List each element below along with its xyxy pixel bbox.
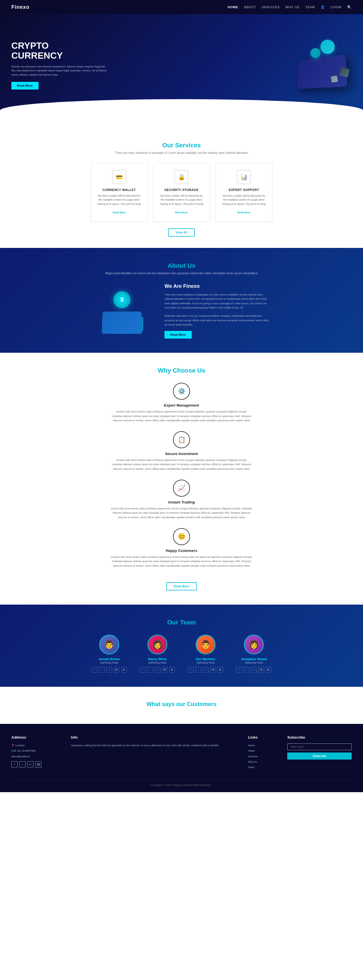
hero-illustration bbox=[267, 37, 352, 94]
support-read-more[interactable]: Read More bbox=[237, 211, 250, 214]
josephine-instagram[interactable]: 📷 bbox=[258, 667, 264, 673]
footer-info-title: Info bbox=[71, 735, 219, 740]
support-title: EXPERT SUPPORT bbox=[221, 188, 266, 191]
footer-link-home[interactable]: Home bbox=[248, 743, 258, 748]
footer-subscribe: Subscribe Subscribe bbox=[287, 735, 352, 771]
footer-location: 📍 Location bbox=[11, 743, 42, 748]
footer: Address 📍 Location Call +91 1234567890 d… bbox=[0, 724, 363, 792]
search-icon[interactable]: 🔍 bbox=[347, 5, 352, 10]
earl-twitter[interactable]: t bbox=[195, 667, 201, 673]
security-title: SECURITY STORAGE bbox=[159, 188, 204, 191]
service-card-wallet: 💳 CURRENCY WALLET fact that a reader wil… bbox=[91, 163, 147, 221]
subscribe-email-input[interactable] bbox=[287, 743, 352, 750]
about-read-more-button[interactable]: Read More bbox=[165, 331, 192, 339]
why-item-management: ⚙️ Expert Management Incidunt odit rerum… bbox=[11, 383, 352, 423]
about-section: About Us Magni quod blanditiis non minus… bbox=[0, 248, 363, 353]
nav-services[interactable]: SERVICES bbox=[262, 5, 280, 9]
josephine-youtube[interactable]: ▶ bbox=[266, 667, 272, 673]
footer-twitter[interactable]: t bbox=[19, 761, 26, 767]
wallet-read-more[interactable]: Read More bbox=[113, 211, 126, 214]
happy-customers-desc: Incidunt odit rerum tenetur alias archit… bbox=[110, 555, 253, 568]
footer-linkedin[interactable]: in bbox=[27, 761, 34, 767]
joseph-youtube[interactable]: ▶ bbox=[121, 667, 127, 673]
nancy-linkedin[interactable]: in bbox=[155, 667, 160, 673]
footer-link-team[interactable]: Team bbox=[248, 765, 258, 769]
cube-2-illustration bbox=[331, 75, 338, 83]
customers-title: What says our Customers bbox=[11, 701, 352, 708]
nancy-youtube[interactable]: ▶ bbox=[169, 667, 175, 673]
why-items: ⚙️ Expert Management Incidunt odit rerum… bbox=[11, 383, 352, 568]
joseph-linkedin[interactable]: in bbox=[106, 667, 112, 673]
nancy-instagram[interactable]: 📷 bbox=[162, 667, 168, 673]
earl-linkedin[interactable]: in bbox=[203, 667, 208, 673]
earl-facebook[interactable]: f bbox=[188, 667, 194, 673]
joseph-twitter[interactable]: t bbox=[99, 667, 105, 673]
josephine-facebook[interactable]: f bbox=[236, 667, 242, 673]
nancy-facebook[interactable]: f bbox=[140, 667, 146, 673]
team-section: Our Team 👨 Joseph Brown Marketing Head f… bbox=[0, 605, 363, 687]
footer-link-services[interactable]: Services bbox=[248, 754, 258, 759]
management-desc: Incidunt odit rerum tenetur alias archit… bbox=[110, 410, 253, 423]
footer-address-social: f t in 📷 bbox=[11, 761, 42, 767]
nav-why[interactable]: WHY US bbox=[285, 5, 299, 9]
earl-youtube[interactable]: ▶ bbox=[217, 667, 223, 673]
nav-home[interactable]: HOME bbox=[228, 5, 238, 9]
trading-icon: 📈 bbox=[173, 480, 190, 497]
about-text: We Are Finexo There are many variations … bbox=[165, 283, 272, 339]
nav-team[interactable]: TEAM bbox=[305, 5, 315, 9]
hero-cta-button[interactable]: Read More bbox=[11, 82, 38, 89]
team-member-earl: 👨 Earl Martinez Marketing Head f t in 📷 … bbox=[184, 635, 227, 673]
footer-address: Address 📍 Location Call +91 1234567890 d… bbox=[11, 735, 42, 771]
footer-facebook[interactable]: f bbox=[11, 761, 18, 767]
happy-customers-title: Happy Customers bbox=[11, 549, 352, 553]
support-icon: 📊 bbox=[237, 170, 251, 184]
about-sub-heading: We Are Finexo bbox=[165, 283, 272, 289]
about-subtitle: Magni quod blanditiis non minus sed aut … bbox=[11, 272, 352, 275]
footer-link-about[interactable]: About bbox=[248, 749, 258, 753]
footer-phone: Call +91 1234567890 bbox=[11, 749, 42, 753]
coin-small-illustration bbox=[310, 48, 320, 58]
josephine-avatar: 👩 bbox=[244, 635, 264, 654]
footer-email: demo@mailcom bbox=[11, 754, 42, 759]
earl-instagram[interactable]: 📷 bbox=[210, 667, 216, 673]
customers-icon: 😊 bbox=[173, 528, 190, 545]
security-read-more[interactable]: Read More bbox=[175, 211, 188, 214]
nav-logo[interactable]: Finexo bbox=[11, 4, 29, 10]
footer-info-desc: necessary, making this the first true ge… bbox=[71, 743, 219, 748]
management-icon: ⚙️ bbox=[173, 383, 190, 400]
josephine-twitter[interactable]: t bbox=[244, 667, 249, 673]
nancy-social: f t in 📷 ▶ bbox=[136, 667, 179, 673]
hero-description: Eipisde sice derectore esto disertum lau… bbox=[11, 65, 108, 77]
why-item-trading: 📈 Instant Trading Inciunt odit rerum ten… bbox=[11, 480, 352, 520]
subscribe-button[interactable]: Subscribe bbox=[287, 752, 352, 760]
navbar: Finexo HOME ABOUT SERVICES WHY US TEAM 👤… bbox=[0, 0, 363, 14]
wave-separator bbox=[0, 110, 363, 127]
nav-about[interactable]: ABOUT bbox=[244, 5, 256, 9]
joseph-social: f t in 📷 ▶ bbox=[88, 667, 130, 673]
why-title: Why Choose Us bbox=[11, 367, 352, 374]
footer-subscribe-title: Subscribe bbox=[287, 735, 352, 740]
nav-login[interactable]: LOGIN bbox=[330, 5, 341, 9]
phone-illustration bbox=[297, 54, 347, 89]
team-grid: 👨 Joseph Brown Marketing Head f t in 📷 ▶… bbox=[11, 635, 352, 673]
nancy-twitter[interactable]: t bbox=[147, 667, 153, 673]
footer-links: Links Home About Services Why Us Team bbox=[248, 735, 258, 771]
josephine-linkedin[interactable]: in bbox=[251, 667, 257, 673]
footer-info: Info necessary, making this the first tr… bbox=[71, 735, 219, 771]
wallet-icon: 💳 bbox=[112, 170, 126, 184]
footer-instagram[interactable]: 📷 bbox=[35, 761, 42, 767]
about-inner: $ We Are Finexo There are many variation… bbox=[11, 283, 352, 339]
joseph-facebook[interactable]: f bbox=[91, 667, 97, 673]
hero-title: CRYPTO CURRENCY bbox=[11, 41, 108, 60]
why-read-more-button[interactable]: Read More bbox=[166, 582, 197, 590]
joseph-instagram[interactable]: 📷 bbox=[114, 667, 119, 673]
investment-desc: Incidunt odit rerum tenetur alias archit… bbox=[110, 458, 253, 471]
security-desc: fact that a reader will be distracted by… bbox=[159, 194, 204, 206]
footer-link-why[interactable]: Why Us bbox=[248, 760, 258, 764]
services-section: Our Services There are many variations o… bbox=[0, 127, 363, 248]
view-all-button[interactable]: View All bbox=[168, 228, 195, 237]
footer-copyright: Copyright © 2020 Company name All rights… bbox=[11, 780, 352, 786]
why-section: Why Choose Us ⚙️ Expert Management Incid… bbox=[0, 353, 363, 605]
support-desc: fact that a reader will be distracted by… bbox=[221, 194, 266, 206]
wallet-desc: fact that a reader will be distracted by… bbox=[97, 194, 142, 206]
